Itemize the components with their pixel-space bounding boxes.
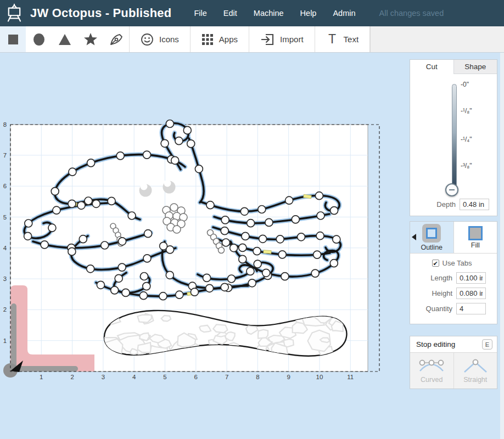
- depth-tick-0: -0": [461, 81, 469, 88]
- depth-tick-3-8: -³/₈": [461, 162, 472, 170]
- toolbar-filler: [370, 26, 504, 52]
- svg-text:6: 6: [3, 183, 7, 189]
- svg-text:4: 4: [132, 374, 136, 380]
- import-icon: [260, 33, 275, 46]
- use-tabs-label: Use Tabs: [443, 259, 472, 267]
- tab-length-input[interactable]: [456, 272, 486, 284]
- text-icon: T: [326, 33, 338, 46]
- project-title: JW Octopus - Published: [30, 6, 171, 20]
- svg-text:7: 7: [3, 152, 7, 159]
- save-status-text: All changes saved: [379, 9, 444, 18]
- scrollbar-track[interactable]: [500, 53, 504, 439]
- depth-input[interactable]: [460, 199, 489, 210]
- straight-point-icon: [461, 358, 490, 374]
- menu-file[interactable]: File: [186, 5, 215, 21]
- menu-machine[interactable]: Machine: [245, 5, 292, 21]
- tab-height-label: Height: [421, 289, 452, 297]
- tab-quantity-row: Quantity: [413, 303, 490, 314]
- curved-point-button[interactable]: Curved: [410, 353, 453, 389]
- menu-help[interactable]: Help: [292, 5, 325, 21]
- svg-text:6: 6: [194, 374, 198, 380]
- outline-icon: [422, 224, 441, 243]
- import-button[interactable]: Import: [249, 26, 315, 52]
- app-header: JW Octopus - Published File Edit Machine…: [0, 0, 504, 26]
- tab-length-row: Length: [413, 272, 490, 284]
- svg-text:5: 5: [3, 214, 7, 221]
- use-tabs-row[interactable]: ✔ Use Tabs: [413, 259, 490, 267]
- ellipse-icon: [32, 33, 46, 46]
- stop-editing-button[interactable]: Stop editing E: [410, 336, 497, 353]
- svg-text:7: 7: [225, 374, 228, 380]
- apps-grid-icon: [201, 33, 214, 46]
- depth-label: Depth: [436, 200, 456, 209]
- tab-shape[interactable]: Shape: [453, 60, 497, 74]
- star-icon: [84, 33, 97, 46]
- svg-text:2: 2: [3, 306, 7, 313]
- svg-text:8: 8: [3, 121, 7, 128]
- svg-text:2: 2: [70, 374, 74, 380]
- tabs-settings: ✔ Use Tabs Length Height Quantity: [410, 254, 497, 314]
- svg-text:3: 3: [3, 275, 7, 282]
- panel-tab-row: Cut Shape: [410, 60, 497, 74]
- svg-text:10: 10: [316, 374, 323, 380]
- apps-button[interactable]: Apps: [191, 26, 249, 52]
- straight-label: Straight: [463, 376, 487, 384]
- square-tool-button[interactable]: [0, 26, 26, 52]
- svg-text:4: 4: [3, 245, 7, 251]
- depth-tick-1-4: -¹/₄": [461, 136, 472, 143]
- icons-button[interactable]: Icons: [130, 26, 190, 52]
- depth-slider-track[interactable]: [452, 84, 457, 192]
- smiley-icon: [141, 33, 154, 46]
- tab-quantity-label: Quantity: [421, 305, 452, 313]
- star-tool-button[interactable]: [77, 26, 103, 52]
- tab-length-label: Length: [421, 274, 452, 282]
- text-button[interactable]: T Text: [315, 26, 370, 52]
- axis-marker-y: [11, 303, 16, 370]
- apps-button-label: Apps: [219, 35, 238, 44]
- text-button-label: Text: [344, 35, 359, 44]
- cut-type-panel: Outline Fill ✔ Use Tabs Length Height Qu…: [410, 221, 497, 324]
- tab-cut[interactable]: Cut: [410, 60, 453, 74]
- shape-toolbar: Icons Apps Import T: [0, 26, 504, 53]
- svg-text:9: 9: [287, 374, 290, 380]
- depth-row: Depth: [410, 199, 489, 210]
- fill-label: Fill: [471, 241, 480, 249]
- svg-text:1: 1: [40, 374, 43, 380]
- square-icon: [7, 33, 19, 46]
- import-button-label: Import: [280, 35, 304, 44]
- collapse-panel-arrow-icon[interactable]: [412, 234, 416, 240]
- straight-point-button[interactable]: Straight: [453, 353, 497, 389]
- stop-editing-label: Stop editing: [416, 340, 455, 348]
- fill-icon: [468, 226, 483, 240]
- cut-settings-panel: Cut Shape -0" -¹/₈" -¹/₄" -³/₈" Depth: [410, 59, 497, 216]
- cut-type-tiles: Outline Fill: [410, 222, 497, 254]
- icons-button-label: Icons: [159, 35, 179, 44]
- curved-point-icon: [417, 358, 446, 374]
- svg-text:11: 11: [347, 374, 354, 380]
- point-mode-tiles: Curved Straight: [410, 353, 497, 389]
- tab-quantity-input[interactable]: [456, 303, 486, 314]
- triangle-icon: [58, 33, 71, 46]
- ellipse-tool-button[interactable]: [26, 26, 52, 52]
- outline-label: Outline: [421, 244, 443, 251]
- use-tabs-checkbox[interactable]: ✔: [432, 260, 439, 267]
- depth-tick-1-8: -¹/₈": [461, 107, 472, 115]
- outline-cut-button[interactable]: Outline: [410, 222, 453, 253]
- depth-slider-handle[interactable]: [445, 183, 458, 196]
- easel-logo-icon[interactable]: [5, 3, 24, 23]
- triangle-tool-button[interactable]: [52, 26, 77, 52]
- pen-tool-button[interactable]: [103, 26, 129, 52]
- menu-edit[interactable]: Edit: [215, 5, 245, 21]
- svg-text:3: 3: [102, 374, 105, 380]
- point-editing-panel: Stop editing E Curved Straight: [410, 336, 497, 389]
- curved-label: Curved: [421, 376, 443, 384]
- svg-text:5: 5: [163, 374, 166, 380]
- axis-marker-x: [11, 366, 78, 372]
- tab-height-input[interactable]: [456, 288, 486, 299]
- svg-text:T: T: [328, 33, 336, 46]
- menu-admin[interactable]: Admin: [324, 5, 363, 21]
- shortcut-key-badge: E: [482, 339, 492, 350]
- fill-cut-button[interactable]: Fill: [453, 222, 497, 253]
- easel-app-window: { "header": { "title": "JW Octopus - Pub…: [0, 0, 504, 439]
- pen-icon: [109, 33, 124, 46]
